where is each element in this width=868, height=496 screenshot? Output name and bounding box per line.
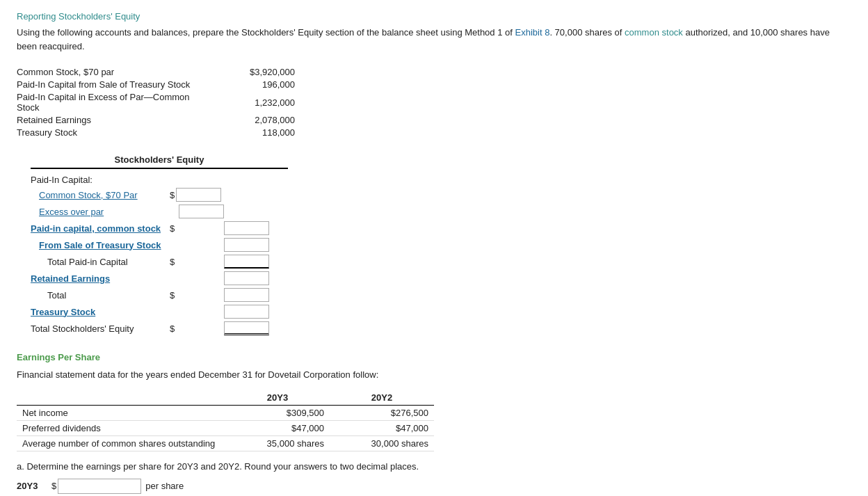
eps-row-1: Preferred dividends $47,000 $47,000: [17, 420, 434, 435]
paid-in-capital-common-label: Paid-in capital, common stock: [31, 223, 170, 234]
total-paid-in-capital-input[interactable]: [224, 255, 269, 269]
total-stockholders-equity-row: Total Stockholders' Equity $: [31, 321, 288, 335]
account-row-0: Common Stock, $70 par $3,920,000: [17, 67, 851, 77]
eps-row-2-y2: 30,000 shares: [330, 435, 434, 451]
equity-rows-container: Paid-In Capital: Common Stock, $70 Par $…: [31, 175, 288, 335]
eps-row-2-label: Average number of common shares outstand…: [17, 435, 225, 451]
eps-row-0-label: Net income: [17, 405, 225, 420]
common-stock-row: Common Stock, $70 Par $: [31, 188, 288, 202]
eps-row-2: Average number of common shares outstand…: [17, 435, 434, 451]
account-name-1: Paid-In Capital from Sale of Treasury St…: [17, 79, 211, 90]
eps-header-label: [17, 390, 225, 406]
eps-row-0: Net income $309,500 $276,500: [17, 405, 434, 420]
paid-in-capital-label: Paid-In Capital:: [31, 175, 93, 185]
section-header: Reporting Stockholders' Equity: [17, 11, 851, 22]
account-row-1: Paid-In Capital from Sale of Treasury St…: [17, 79, 851, 90]
common-stock-label: Common Stock, $70 Par: [31, 190, 170, 200]
treasury-stock-row: Treasury Stock: [31, 305, 288, 319]
total-stockholders-equity-input[interactable]: [224, 321, 269, 335]
eps-title: Earnings Per Share: [17, 352, 851, 362]
account-row-4: Treasury Stock 118,000: [17, 127, 851, 138]
eps-per-share-y3: per share: [145, 481, 184, 491]
intro-text-before: Using the following accounts and balance…: [17, 27, 515, 38]
equity-title: Stockholders' Equity: [31, 154, 288, 169]
total-paid-in-capital-row: Total Paid-in Capital $: [31, 255, 288, 269]
account-name-4: Treasury Stock: [17, 127, 211, 138]
intro-paragraph: Using the following accounts and balance…: [17, 26, 851, 53]
eps-header-y3: 20Y3: [225, 390, 330, 406]
eps-row-0-y2: $276,500: [330, 405, 434, 420]
eps-year-label-y3: 20Y3: [17, 481, 51, 491]
excess-over-par-input[interactable]: [179, 205, 224, 218]
treasury-stock-input[interactable]: [224, 305, 269, 319]
account-name-3: Retained Earnings: [17, 115, 211, 125]
account-name-0: Common Stock, $70 par: [17, 67, 211, 77]
paid-in-capital-common-input[interactable]: [224, 221, 269, 235]
treasury-stock-label: Treasury Stock: [31, 307, 170, 317]
excess-over-par-row: Excess over par: [31, 205, 288, 218]
total-label: Total: [31, 290, 170, 301]
paid-in-capital-label-row: Paid-In Capital:: [31, 175, 288, 185]
retained-earnings-label: Retained Earnings: [31, 273, 170, 284]
eps-row-2-y3: 35,000 shares: [225, 435, 330, 451]
account-name-2: Paid-In Capital in Excess of Par—Common …: [17, 92, 211, 113]
total-input[interactable]: [224, 288, 269, 302]
eps-answer-y3: 20Y3 $ per share: [17, 479, 851, 494]
intro-text-middle: . 70,000 shares of: [549, 27, 625, 38]
retained-earnings-input[interactable]: [224, 271, 269, 285]
eps-dollar-y3: $: [51, 481, 56, 491]
total-stockholders-equity-label: Total Stockholders' Equity: [31, 323, 170, 334]
eps-row-1-y2: $47,000: [330, 420, 434, 435]
total-paid-in-capital-label: Total Paid-in Capital: [31, 257, 170, 267]
from-sale-treasury-row: From Sale of Treasury Stock: [31, 238, 288, 252]
eps-row-1-label: Preferred dividends: [17, 420, 225, 435]
common-stock-link[interactable]: common stock: [625, 27, 683, 38]
total-row: Total $: [31, 288, 288, 302]
from-sale-treasury-input[interactable]: [224, 238, 269, 252]
eps-row-1-y3: $47,000: [225, 420, 330, 435]
account-value-4: 118,000: [211, 127, 295, 138]
eps-intro: Financial statement data for the years e…: [17, 368, 851, 382]
common-stock-input[interactable]: [176, 188, 221, 202]
account-row-2: Paid-In Capital in Excess of Par—Common …: [17, 92, 851, 113]
account-value-3: 2,078,000: [211, 115, 295, 125]
common-stock-dollar: $: [170, 190, 175, 200]
eps-header-y2: 20Y2: [330, 390, 434, 406]
excess-over-par-label: Excess over par: [31, 207, 170, 217]
account-value-1: 196,000: [211, 79, 295, 90]
exhibit-link[interactable]: Exhibit 8: [515, 27, 550, 38]
eps-row-0-y3: $309,500: [225, 405, 330, 420]
eps-input-y3[interactable]: [58, 479, 141, 494]
equity-section: Stockholders' Equity Paid-In Capital: Co…: [31, 154, 851, 335]
header-title: Reporting Stockholders' Equity: [17, 11, 140, 22]
account-value-2: 1,232,000: [211, 97, 295, 108]
paid-in-capital-common-row: Paid-in capital, common stock $: [31, 221, 288, 235]
from-sale-treasury-label: From Sale of Treasury Stock: [31, 240, 170, 250]
account-value-0: $3,920,000: [211, 67, 295, 77]
eps-section: Earnings Per Share Financial statement d…: [17, 352, 851, 496]
eps-question: a. Determine the earnings per share for …: [17, 461, 851, 472]
eps-table: 20Y3 20Y2 Net income $309,500 $276,500 P…: [17, 390, 434, 451]
retained-earnings-row: Retained Earnings: [31, 271, 288, 285]
account-row-3: Retained Earnings 2,078,000: [17, 115, 851, 125]
